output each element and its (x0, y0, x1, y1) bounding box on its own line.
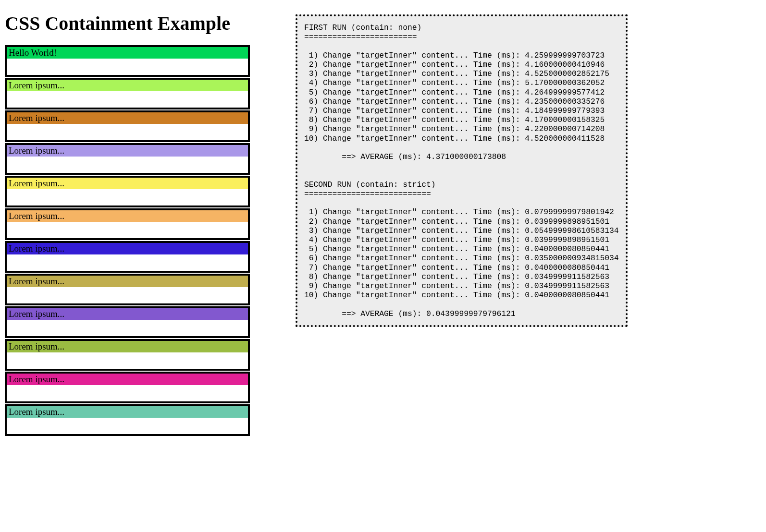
card-label: Lorem ipsum... (7, 374, 248, 385)
card-body (7, 157, 248, 173)
card-body (7, 124, 248, 140)
card: Lorem ipsum... (5, 110, 250, 142)
card-label: Lorem ipsum... (7, 210, 248, 222)
card-label: Lorem ipsum... (7, 80, 248, 91)
card-body (7, 352, 248, 369)
card: Lorem ipsum... (5, 372, 250, 403)
card-label: Lorem ipsum... (7, 308, 248, 320)
card-label: Lorem ipsum... (7, 276, 248, 287)
card: Lorem ipsum... (5, 78, 250, 109)
card-body (7, 222, 248, 238)
card-body (7, 287, 248, 303)
card: Lorem ipsum... (5, 241, 250, 273)
card: Lorem ipsum... (5, 306, 250, 338)
right-column: FIRST RUN (contain: none) ==============… (296, 5, 628, 437)
card-body (7, 91, 248, 108)
card-body (7, 418, 248, 434)
card-body (7, 254, 248, 271)
card: Lorem ipsum... (5, 208, 250, 240)
left-column: CSS Containment Example Hello World!Lore… (5, 5, 250, 437)
card-label: Lorem ipsum... (7, 341, 248, 352)
card: Lorem ipsum... (5, 176, 250, 207)
card-label: Lorem ipsum... (7, 243, 248, 254)
card-body (7, 189, 248, 206)
card: Hello World! (5, 45, 250, 77)
card-body (7, 320, 248, 336)
card: Lorem ipsum... (5, 274, 250, 305)
card-body (7, 59, 248, 75)
card-label: Lorem ipsum... (7, 178, 248, 189)
cards-container: Hello World!Lorem ipsum...Lorem ipsum...… (5, 45, 250, 436)
card: Lorem ipsum... (5, 143, 250, 175)
benchmark-log: FIRST RUN (contain: none) ==============… (296, 14, 628, 327)
card-label: Lorem ipsum... (7, 112, 248, 124)
card-label: Lorem ipsum... (7, 145, 248, 157)
card-label: Hello World! (7, 47, 248, 59)
card: Lorem ipsum... (5, 339, 250, 371)
card-label: Lorem ipsum... (7, 406, 248, 418)
page-title: CSS Containment Example (5, 12, 250, 35)
card-body (7, 385, 248, 401)
card: Lorem ipsum... (5, 404, 250, 436)
